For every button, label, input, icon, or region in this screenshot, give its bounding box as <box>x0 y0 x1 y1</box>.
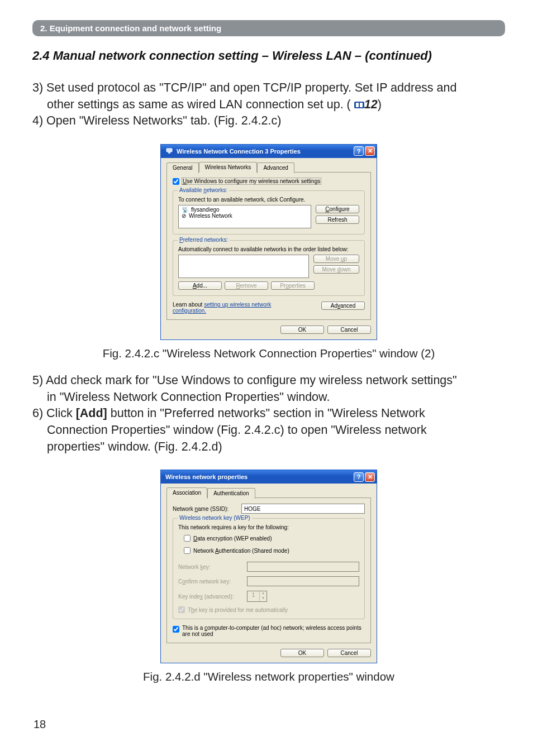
refresh-button[interactable]: Refresh <box>316 216 359 224</box>
key-index-label: Key index (advanced): <box>178 594 242 600</box>
close-icon[interactable]: ✕ <box>365 146 375 156</box>
ok-button[interactable]: OK <box>280 649 324 657</box>
svg-rect-3 <box>168 152 170 154</box>
step6-line1b: button in "Preferred networks" section i… <box>107 406 425 420</box>
titlebar[interactable]: Wireless network properties ? ✕ <box>161 470 377 484</box>
book-icon <box>354 97 364 105</box>
tab-wireless-networks[interactable]: Wireless Networks <box>199 162 258 173</box>
data-encryption-input[interactable] <box>184 535 191 542</box>
disabled-icon: ⊘ <box>182 213 186 219</box>
svg-rect-1 <box>359 102 359 108</box>
page-number: 18 <box>32 696 505 742</box>
spin-down-icon: ▼ <box>260 596 266 601</box>
help-icon[interactable]: ? <box>354 472 364 482</box>
preferred-networks-group: Preferred networks: Automatically connec… <box>173 240 365 296</box>
key-provided-label: The key is provided for me automatically <box>188 607 288 613</box>
step3-line1: 3) Set used protocol as "TCP/IP" and ope… <box>32 81 456 94</box>
step3-line2c: ) <box>378 98 382 111</box>
key-index-value: 1 <box>248 591 260 601</box>
titlebar[interactable]: Wireless Network Connection 3 Properties… <box>161 145 377 158</box>
figure-caption-c: Fig. 2.4.2.c "Wireless Network Connectio… <box>32 347 505 360</box>
wep-group: Wireless network key (WEP) This network … <box>173 518 365 619</box>
confirm-key-input <box>247 576 359 586</box>
wep-legend: Wireless network key (WEP) <box>178 515 252 521</box>
cancel-button[interactable]: Cancel <box>327 649 371 657</box>
spin-up-icon: ▲ <box>260 591 266 596</box>
available-networks-legend: Available networks: <box>178 187 229 193</box>
use-windows-checkbox-input[interactable] <box>173 178 179 185</box>
wireless-network-props-dialog: Wireless network properties ? ✕ Associat… <box>160 470 377 663</box>
step6-line2: Connection Properties" window (Fig. 2.4.… <box>47 423 427 437</box>
use-windows-checkbox[interactable]: Use Windows to configure my wireless net… <box>173 178 365 185</box>
dialog-title: Wireless Network Connection 3 Properties <box>177 148 301 155</box>
key-provided-checkbox: The key is provided for me automatically <box>178 606 359 613</box>
tab-general[interactable]: General <box>166 162 199 173</box>
move-up-button[interactable]: Move up <box>313 255 359 263</box>
remove-button[interactable]: Remove <box>225 281 268 290</box>
properties-button[interactable]: Properties <box>271 281 315 290</box>
preferred-networks-list[interactable] <box>178 255 309 278</box>
figure-caption-d: Fig. 2.4.2.d "Wireless network propertie… <box>32 670 505 683</box>
list-item[interactable]: Wireless Network <box>189 213 232 219</box>
wireless-conn-props-dialog: Wireless Network Connection 3 Properties… <box>160 144 377 340</box>
preferred-desc: Automatically connect to available netwo… <box>178 246 359 252</box>
step5-line2: in "Wireless Network Connection Properti… <box>47 390 330 404</box>
step6-line1a: 6) Click <box>32 406 76 420</box>
section-bar: 2. Equipment connection and network sett… <box>32 20 505 36</box>
antenna-icon: 📡 <box>182 207 188 213</box>
instruction-block-1: 3) Set used protocol as "TCP/IP" and ope… <box>32 80 505 130</box>
network-auth-checkbox[interactable]: Network Authentication (Shared mode) <box>184 547 359 554</box>
tab-association[interactable]: Association <box>166 487 207 498</box>
cancel-button[interactable]: Cancel <box>327 326 371 334</box>
step3-line2a: other settings as same as wired LAN conn… <box>47 98 351 111</box>
ssid-input[interactable] <box>241 504 365 514</box>
wep-desc: This network requires a key for the foll… <box>178 524 359 530</box>
adhoc-input[interactable] <box>173 626 179 633</box>
svg-rect-2 <box>166 149 172 152</box>
tab-advanced[interactable]: Advanced <box>257 162 294 173</box>
step5-line1: 5) Add check mark for "Use Windows to co… <box>32 374 457 387</box>
key-index-spinner: 1 ▲▼ <box>247 591 267 602</box>
network-auth-input[interactable] <box>184 547 191 554</box>
ok-button[interactable]: OK <box>280 326 324 334</box>
key-provided-input <box>178 606 185 613</box>
dialog-title: Wireless network properties <box>165 473 248 480</box>
ssid-label: Network name (SSID): <box>173 506 237 512</box>
add-button[interactable]: Add... <box>178 281 222 290</box>
instruction-block-2: 5) Add check mark for "Use Windows to co… <box>32 372 505 455</box>
step6-bold: [Add] <box>76 406 107 420</box>
adhoc-label: This is a computer-to-computer (ad hoc) … <box>182 625 365 637</box>
data-encryption-label: Data encryption (WEP enabled) <box>193 535 272 542</box>
network-icon <box>165 147 173 156</box>
subsection-heading: 2.4 Manual network connection setting – … <box>32 49 505 63</box>
close-icon[interactable]: ✕ <box>365 472 375 482</box>
move-down-button[interactable]: Move down <box>313 265 359 274</box>
advanced-button[interactable]: Advanced <box>321 302 365 310</box>
available-networks-list[interactable]: 📡flysandiego ⊘Wireless Network <box>178 205 311 228</box>
tab-authentication[interactable]: Authentication <box>207 488 255 499</box>
configure-button[interactable]: Configure <box>316 205 359 213</box>
network-key-input <box>247 562 359 572</box>
network-key-label: Network key: <box>178 564 242 570</box>
step6-line3: properties" window. (Fig. 2.4.2.d) <box>47 440 222 453</box>
help-icon[interactable]: ? <box>354 146 364 156</box>
preferred-networks-legend: Preferred networks: <box>178 237 230 243</box>
page-ref: 12 <box>364 98 378 111</box>
step4-line: 4) Open "Wireless Networks" tab. (Fig. 2… <box>32 114 281 127</box>
network-auth-label: Network Authentication (Shared mode) <box>193 548 289 554</box>
data-encryption-checkbox[interactable]: Data encryption (WEP enabled) <box>184 535 359 542</box>
learn-text: Learn about <box>173 302 204 308</box>
list-item[interactable]: flysandiego <box>191 207 220 213</box>
adhoc-checkbox[interactable]: This is a computer-to-computer (ad hoc) … <box>173 625 365 637</box>
available-desc: To connect to an available network, clic… <box>178 197 359 203</box>
available-networks-group: Available networks: To connect to an ava… <box>173 190 365 235</box>
use-windows-label: Use Windows to configure my wireless net… <box>182 178 321 184</box>
confirm-key-label: Confirm network key: <box>178 578 242 585</box>
